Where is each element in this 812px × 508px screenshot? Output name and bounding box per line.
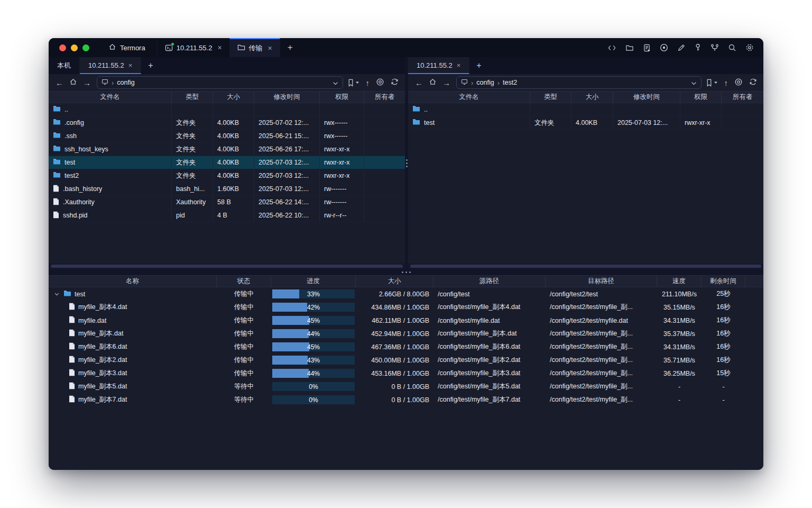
column-header[interactable]: 类型 (172, 92, 213, 103)
column-header[interactable]: 名称 (49, 276, 217, 287)
keychain-icon[interactable] (710, 43, 719, 52)
path-breadcrumb[interactable]: › config › test2 (456, 76, 702, 89)
progress-percent: 0% (272, 395, 355, 404)
column-header[interactable]: 文件名 (49, 92, 172, 103)
column-header[interactable]: 大小 (571, 92, 613, 103)
horizontal-splitter[interactable] (49, 269, 763, 275)
column-header[interactable]: 权限 (320, 92, 364, 103)
close-icon[interactable]: × (457, 61, 461, 69)
file-row[interactable]: .bash_historybash_hi...1.60KB2025-07-03 … (49, 183, 405, 196)
breadcrumb-segment[interactable]: config (117, 79, 134, 86)
column-header[interactable]: 状态 (217, 276, 271, 287)
key-icon[interactable] (694, 43, 702, 52)
close-tab-icon[interactable]: × (268, 44, 272, 52)
file-row[interactable]: .. (49, 103, 405, 116)
file-row[interactable]: test文件夹4.00KB2025-07-03 12:...rwxr-xr-x (49, 156, 405, 169)
chevron-down-icon[interactable] (691, 79, 697, 87)
back-button[interactable]: ← (54, 79, 65, 87)
transfer-row[interactable]: myfile_副本5.dat等待中0%0 B / 1.00GB/config/t… (49, 380, 763, 393)
scrollbar-thumb[interactable] (410, 265, 761, 268)
tab-remote-right[interactable]: 10.211.55.2 × (408, 57, 469, 74)
transfer-row[interactable]: myfile_副本2.dat传输中43%450.00MB / 1.00GB/co… (49, 353, 763, 367)
right-file-pane: 10.211.55.2 × + ← → › config › (408, 57, 763, 269)
forward-button[interactable]: → (81, 79, 93, 87)
transfer-table-header[interactable]: 名称状态进度大小源路径目标路径速度剩余时间 (49, 275, 763, 287)
column-header[interactable]: 大小 (213, 92, 254, 103)
minimize-window-button[interactable] (71, 44, 78, 51)
file-icon (53, 185, 59, 194)
home-icon[interactable] (429, 78, 437, 87)
titlebar-tab-transfer[interactable]: 传输 × (229, 38, 280, 57)
transfer-row[interactable]: myfile.dat传输中45%462.11MB / 1.00GB/config… (49, 314, 763, 327)
bookmark-button[interactable] (706, 79, 718, 87)
file-row[interactable]: .XauthorityXauthority58 B2025-06-22 14:.… (49, 196, 405, 209)
file-row[interactable]: ssh_host_keys文件夹4.00KB2025-06-26 17:...r… (49, 143, 405, 156)
zoom-window-button[interactable] (82, 44, 89, 51)
column-header[interactable]: 剩余时间 (702, 276, 745, 287)
refresh-icon[interactable] (391, 78, 399, 87)
folder-icon (412, 119, 420, 127)
column-header[interactable]: 进度 (271, 276, 356, 287)
transfer-row[interactable]: myfile_副本.dat传输中44%452.94MB / 1.00GB/con… (49, 327, 763, 340)
scrollbar-thumb[interactable] (51, 265, 403, 268)
record-icon[interactable] (660, 43, 668, 52)
column-header[interactable]: 文件名 (408, 92, 530, 103)
show-hidden-icon[interactable] (376, 78, 384, 88)
upload-button[interactable]: ↑ (724, 78, 728, 87)
file-name: .ssh (64, 132, 77, 140)
column-header[interactable]: 源路径 (433, 276, 546, 287)
breadcrumb-segment[interactable]: config (476, 79, 494, 86)
file-row[interactable]: .. (408, 103, 763, 116)
close-window-button[interactable] (59, 44, 66, 51)
new-pane-tab-button[interactable]: + (469, 57, 488, 74)
search-icon[interactable] (728, 43, 736, 52)
collapse-chevron-icon[interactable] (53, 293, 60, 296)
column-header[interactable]: 修改时间 (254, 92, 320, 103)
horizontal-scrollbar[interactable] (408, 264, 763, 269)
close-tab-icon[interactable]: × (217, 43, 222, 52)
code-icon[interactable] (607, 44, 616, 52)
app-home-tab[interactable]: Termora (97, 38, 157, 57)
edit-icon[interactable] (677, 44, 685, 52)
file-row[interactable]: test文件夹4.00KB2025-07-03 12:...rwxr-xr-x (408, 116, 763, 130)
file-row[interactable]: test2文件夹4.00KB2025-07-03 12:...rwxr-xr-x (49, 169, 405, 183)
file-row[interactable]: .ssh文件夹4.00KB2025-06-21 15:...rwx------ (49, 130, 405, 143)
back-button[interactable]: ← (413, 79, 425, 87)
upload-button[interactable]: ↑ (366, 78, 370, 87)
log-icon[interactable] (643, 44, 651, 52)
new-titlebar-tab-button[interactable]: + (280, 38, 300, 57)
home-icon[interactable] (69, 78, 77, 87)
chevron-down-icon[interactable] (333, 79, 338, 87)
path-breadcrumb[interactable]: › config (97, 76, 343, 89)
column-header[interactable]: 速度 (657, 276, 702, 287)
transfer-row[interactable]: myfile_副本4.dat传输中42%434.86MB / 1.00GB/co… (49, 301, 763, 314)
transfer-row[interactable]: test传输中33%2.66GB / 8.00GB/config/test/co… (49, 287, 763, 301)
column-header[interactable]: 大小 (356, 276, 433, 287)
column-header[interactable]: 所有者 (364, 92, 405, 103)
tab-local[interactable]: 本机 (49, 57, 80, 74)
file-row[interactable]: .config文件夹4.00KB2025-07-02 12:...rwx----… (49, 116, 405, 130)
transfer-row[interactable]: myfile_副本7.dat等待中0%0 B / 1.00GB/config/t… (49, 393, 763, 406)
refresh-icon[interactable] (749, 78, 757, 87)
titlebar-tab-ssh[interactable]: 10.211.55.2 × (157, 38, 229, 57)
settings-icon[interactable] (745, 43, 754, 52)
horizontal-scrollbar[interactable] (49, 264, 405, 269)
transfer-row[interactable]: myfile_副本3.dat传输中44%453.16MB / 1.00GB/co… (49, 367, 763, 380)
column-header[interactable]: 权限 (680, 92, 722, 103)
file-row[interactable]: sshd.pidpid4 B2025-06-22 10:...rw-r--r-- (49, 209, 405, 222)
tab-remote-left[interactable]: 10.211.55.2 × (80, 57, 141, 74)
column-header[interactable]: 所有者 (722, 92, 763, 103)
show-hidden-icon[interactable] (734, 78, 743, 88)
column-header[interactable]: 类型 (530, 92, 571, 103)
bookmark-button[interactable] (347, 79, 359, 87)
breadcrumb-segment[interactable]: test2 (503, 79, 517, 86)
file-table-header[interactable]: 文件名类型大小修改时间权限所有者 (49, 91, 405, 103)
new-pane-tab-button[interactable]: + (141, 57, 160, 74)
forward-button[interactable]: → (441, 79, 452, 87)
column-header[interactable]: 目标路径 (546, 276, 657, 287)
transfer-row[interactable]: myfile_副本6.dat传输中45%467.36MB / 1.00GB/co… (49, 340, 763, 353)
column-header[interactable]: 修改时间 (613, 92, 680, 103)
file-table-header[interactable]: 文件名类型大小修改时间权限所有者 (408, 91, 763, 103)
folder-icon[interactable] (625, 44, 634, 52)
close-icon[interactable]: × (128, 61, 133, 69)
